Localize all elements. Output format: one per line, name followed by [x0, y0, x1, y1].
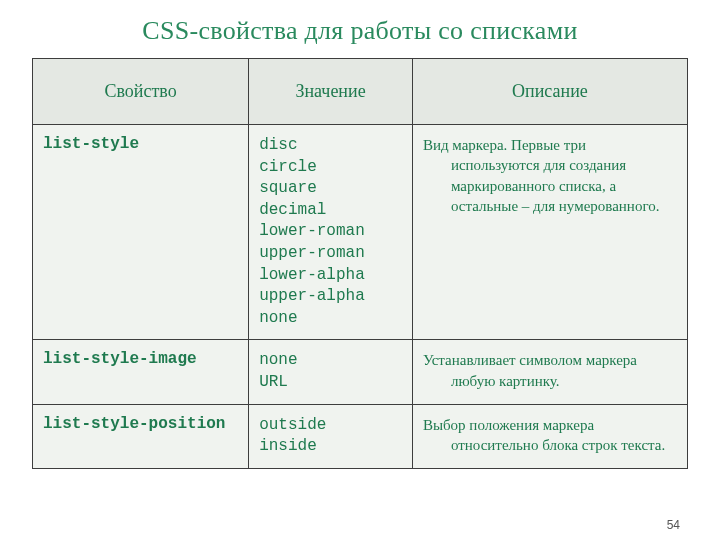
cell-description: Выбор положения маркера относительно бло… — [412, 404, 687, 468]
css-properties-table: Свойство Значение Описание list-style di… — [32, 58, 688, 469]
desc-text: Вид маркера. Первые три используются для… — [423, 135, 677, 216]
table-row: list-style-position outside inside Выбор… — [33, 404, 688, 468]
cell-property: list-style-position — [33, 404, 249, 468]
cell-description: Вид маркера. Первые три используются для… — [412, 125, 687, 340]
desc-text: Устанавливает символом маркера любую кар… — [423, 350, 677, 391]
table-row: list-style-image none URL Устанавливает … — [33, 340, 688, 404]
th-value: Значение — [249, 59, 413, 125]
th-property: Свойство — [33, 59, 249, 125]
page-title: CSS-свойства для работы со списками — [32, 16, 688, 46]
table-header-row: Свойство Значение Описание — [33, 59, 688, 125]
desc-text: Выбор положения маркера относительно бло… — [423, 415, 677, 456]
cell-description: Устанавливает символом маркера любую кар… — [412, 340, 687, 404]
page-number: 54 — [667, 518, 680, 532]
cell-values: outside inside — [249, 404, 413, 468]
slide: CSS-свойства для работы со списками Свой… — [0, 0, 720, 540]
table-row: list-style disc circle square decimal lo… — [33, 125, 688, 340]
th-description: Описание — [412, 59, 687, 125]
cell-values: disc circle square decimal lower-roman u… — [249, 125, 413, 340]
cell-property: list-style-image — [33, 340, 249, 404]
cell-values: none URL — [249, 340, 413, 404]
cell-property: list-style — [33, 125, 249, 340]
